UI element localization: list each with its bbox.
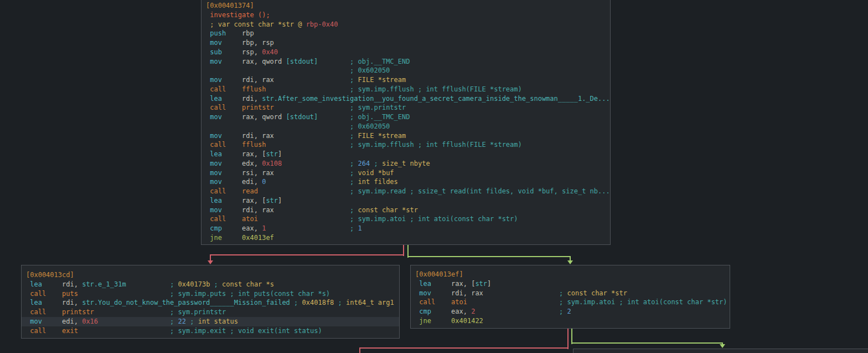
asm-token-reg <box>126 280 170 288</box>
asm-line[interactable]: ; var const char *str @ rbp-0x40 <box>206 20 606 29</box>
asm-line[interactable]: mov rdi, rax ; const char *str <box>415 289 725 298</box>
asm-line[interactable]: [0x004013ef] <box>415 270 725 279</box>
asm-token-type: const char *str <box>563 289 627 297</box>
asm-token-cnum: 1 <box>354 224 361 232</box>
asm-token-num: 0x16 <box>82 318 98 325</box>
asm-line[interactable]: lea rax, [str] <box>415 279 725 289</box>
asm-token-reg: rbp <box>242 29 254 37</box>
asm-line-selected[interactable]: mov edi, 0x16 ; 22 ; int status <box>22 317 399 326</box>
asm-token-num: 0x108 <box>262 160 282 167</box>
asm-line[interactable]: lea rax, [str] <box>206 150 606 159</box>
asm-line[interactable]: cmp eax, 1 ; 1 <box>206 224 606 233</box>
basic-block-0x00401374[interactable]: [0x00401374] investigate (); ; var const… <box>201 0 611 245</box>
asm-line[interactable]: call exit ; sym.imp.exit ; void exit(int… <box>26 326 395 336</box>
asm-token-reg: rax, <box>451 280 471 288</box>
asm-token-call: call <box>206 141 242 149</box>
asm-line[interactable]: [0x004013cd] <box>26 270 395 280</box>
asm-line[interactable]: call fflush ; sym.imp.fflush ; int fflus… <box>206 85 606 94</box>
asm-token-addr: [0x004013cd] <box>26 271 74 279</box>
asm-line[interactable]: cmp eax, 2 ; 2 <box>415 307 725 316</box>
asm-line[interactable]: call printstr ; sym.printstr <box>206 103 606 112</box>
asm-line[interactable]: call atoi ; sym.imp.atoi ; int atoi(cons… <box>415 298 725 307</box>
asm-line[interactable]: jne 0x401422 <box>415 316 725 326</box>
asm-line[interactable]: ; 0x602050 <box>206 122 606 131</box>
asm-line[interactable]: call printstr ; sym.printstr <box>26 308 395 317</box>
asm-token-call: exit <box>62 327 78 335</box>
asm-line[interactable]: ; 0x602050 <box>206 66 606 75</box>
asm-token-reg <box>98 318 170 325</box>
asm-token-reg: rdi, <box>62 299 82 306</box>
asm-token-mn: mov <box>415 289 451 297</box>
asm-line[interactable]: lea rdi, str.After_some_investigation__y… <box>206 94 606 104</box>
asm-token-fn: investigate (); <box>210 11 270 19</box>
asm-token-reg: eax, <box>242 224 262 232</box>
asm-token-call: call <box>206 187 242 195</box>
asm-line[interactable]: [0x00401374] <box>206 1 606 11</box>
asm-token-mn: lea <box>206 197 242 204</box>
graph-canvas[interactable]: [0x00401374] investigate (); ; var const… <box>0 0 868 353</box>
asm-token-jloc: 0x401422 <box>451 317 483 325</box>
asm-line[interactable]: mov rax, qword [stdout] ; obj.__TMC_END <box>206 57 606 66</box>
asm-token-reg <box>475 308 559 315</box>
asm-token-mn: mov <box>206 76 242 84</box>
asm-token-cmt: ; sym.imp.fflush ; int fflush(FILE *stre… <box>350 85 522 93</box>
asm-line[interactable]: call read ; sym.imp.read ; ssize_t read(… <box>206 187 606 196</box>
asm-token-reg: ] <box>278 150 282 158</box>
asm-token-jmp: jne <box>415 317 451 325</box>
asm-token-reg: rdi, rax <box>242 76 274 84</box>
basic-block-0x004013ef[interactable]: [0x004013ef] lea rax, [str] mov rdi, rax… <box>410 265 730 329</box>
asm-token-type: int status <box>198 318 238 325</box>
asm-token-reg <box>94 308 170 316</box>
asm-line[interactable]: lea rdi, str.e_1_31m ; 0x40173b ; const … <box>26 280 395 289</box>
asm-token-reg: rax, <box>242 197 262 204</box>
asm-token-reg: edx, <box>242 160 262 167</box>
asm-token-jloc: 0x4013ef <box>242 234 274 242</box>
asm-line[interactable]: mov edx, 0x108 ; 264 ; size_t nbyte <box>206 159 606 168</box>
asm-token-ref: str.e_1_31m <box>82 280 126 288</box>
asm-line[interactable]: lea rdi, str.You_do_not_know_the_passwor… <box>26 298 395 308</box>
asm-line[interactable]: lea rax, [str] <box>206 196 606 206</box>
asm-line[interactable]: call puts ; sym.imp.puts ; int puts(cons… <box>26 289 395 299</box>
asm-token-type: 0x4018f8 <box>298 299 334 306</box>
asm-line[interactable]: investigate (); <box>206 11 606 20</box>
asm-token-reg <box>78 327 170 335</box>
asm-token-reg <box>483 289 559 297</box>
asm-token-mn: mov <box>206 132 242 140</box>
asm-line[interactable]: mov rdi, rax ; FILE *stream <box>206 75 606 85</box>
asm-line[interactable]: call atoi ; sym.imp.atoi ; int atoi(cons… <box>206 214 606 224</box>
asm-token-cmt: ; <box>334 299 346 306</box>
asm-line[interactable]: mov rbp, rsp <box>206 38 606 48</box>
asm-token-mn: lea <box>415 280 451 288</box>
asm-token-cmt: ; obj.__TMC_END <box>350 58 410 65</box>
asm-token-type: ; var const char *str @ <box>210 21 306 28</box>
asm-line[interactable]: sub rsp, 0x40 <box>206 48 606 57</box>
asm-token-reg: eax, <box>451 308 471 315</box>
asm-line[interactable]: jne 0x4013ef <box>206 233 606 243</box>
asm-line[interactable]: mov rax, qword [stdout] ; obj.__TMC_END <box>206 112 606 122</box>
asm-line[interactable]: mov rdi, rax ; FILE *stream <box>206 131 606 141</box>
asm-line[interactable]: mov edi, 0 ; int fildes <box>206 177 606 187</box>
true-branch-edge-0x401374-arrowhead <box>567 260 573 264</box>
basic-block-0x004013cd[interactable]: [0x004013cd] lea rdi, str.e_1_31m ; 0x40… <box>21 265 400 339</box>
asm-token-type: int64_t arg1 <box>346 299 394 306</box>
asm-line[interactable]: push rbp <box>206 29 606 38</box>
true-branch-edge-0x4013ef <box>571 329 572 344</box>
asm-token-ref: str <box>266 150 278 158</box>
asm-line[interactable]: call fflush ; sym.imp.fflush ; int fflus… <box>206 140 606 150</box>
false-branch-edge-0x401374 <box>210 254 404 255</box>
asm-token-reg <box>206 66 350 74</box>
asm-token-reg: ] <box>278 197 282 204</box>
asm-token-mn: lea <box>206 95 242 103</box>
asm-token-reg <box>467 298 559 306</box>
asm-token-reg <box>258 187 350 195</box>
asm-line[interactable]: mov rsi, rax ; void *buf <box>206 168 606 178</box>
asm-token-reg: rsi, rax <box>242 169 274 177</box>
basic-block-partial-bottom-right[interactable] <box>573 349 868 353</box>
asm-token-mn: mov <box>206 39 242 47</box>
asm-line[interactable]: mov rdi, rax ; const char *str <box>206 206 606 215</box>
asm-token-mn: mov <box>206 58 242 65</box>
asm-token-call: read <box>242 187 258 195</box>
asm-token-reg: rsp, <box>242 48 262 56</box>
asm-token-call: puts <box>62 290 78 298</box>
asm-token-call: atoi <box>451 298 467 306</box>
